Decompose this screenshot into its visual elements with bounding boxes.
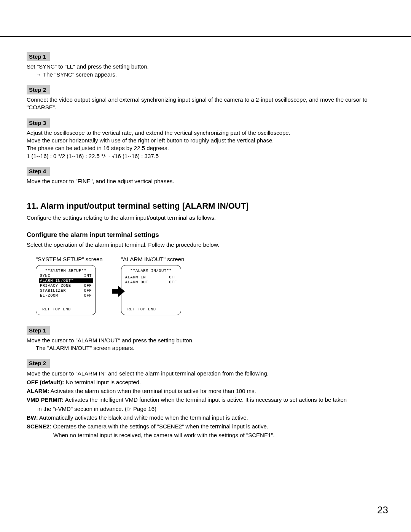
menu-row: ALARM OUTOFF [125, 280, 177, 285]
step-text: → The "SYNC" screen appears. [27, 71, 388, 78]
step-text: The "ALARM IN/OUT" screen appears. [27, 344, 388, 352]
menu-row: ALARM INOFF [125, 275, 177, 280]
screens-row: "SYSTEM SETUP" screen **SYSTEM SETUP** S… [36, 256, 388, 315]
step-label: Step 1 [27, 52, 50, 61]
screen-box: **SYSTEM SETUP** SYNCINT ALARM IN/OUT" P… [36, 265, 96, 315]
step-label: Step 1 [27, 326, 50, 335]
screen-system-setup: "SYSTEM SETUP" screen **SYSTEM SETUP** S… [36, 256, 103, 315]
subsection-intro: Select the operation of the alarm input … [27, 241, 388, 249]
definition-vmd-cont: in the "i-VMD" section in advance. (☞ Pa… [27, 405, 388, 413]
document-page: Step 1 Set "SYNC" to "LL" and press the … [0, 0, 411, 532]
step-block-2: Step 2 Connect the video output signal a… [27, 85, 388, 112]
section-heading: 11. Alarm input/output terminal setting … [27, 200, 388, 212]
step-block-1: Step 1 Set "SYNC" to "LL" and press the … [27, 52, 388, 78]
step-text: Move the cursor to "ALARM IN" and select… [27, 370, 388, 377]
screen-footer: RET TOP END [40, 307, 92, 312]
screen-title: **SYSTEM SETUP** [40, 268, 92, 273]
screen-footer: RET TOP END [125, 307, 177, 312]
step-text: Move the cursor to "FINE", and fine adju… [27, 177, 388, 185]
step-text: The phase can be adjusted in 16 steps by… [27, 144, 388, 152]
section-intro: Configure the settings relating to the a… [27, 214, 388, 222]
menu-row: STABILIZEROFF [40, 288, 92, 293]
definition-off: OFF (default): No terminal input is acce… [27, 379, 388, 386]
step-label: Step 2 [27, 85, 50, 94]
screen-alarm-in-out: "ALARM IN/OUT" screen **ALARM IN/OUT** A… [121, 256, 185, 315]
step-block-3: Step 3 Adjust the oscilloscope to the ve… [27, 118, 388, 160]
step-block-4: Step 4 Move the cursor to "FINE", and fi… [27, 167, 388, 185]
definition-scene2: SCENE2: Operates the camera with the set… [27, 423, 388, 430]
step-text: Adjust the oscilloscope to the vertical … [27, 129, 388, 137]
step-label: Step 2 [27, 359, 50, 368]
step-text: Move the cursor horizontally with use of… [27, 137, 388, 144]
definition-scene2-cont: When no terminal input is received, the … [27, 431, 388, 439]
menu-row: SYNCINT [40, 273, 92, 278]
definition-vmd: VMD PERMIT: Activates the intelligent VM… [27, 396, 388, 404]
screen-caption: "SYSTEM SETUP" screen [36, 256, 103, 263]
screen-box: **ALARM IN/OUT** ALARM INOFF ALARM OUTOF… [121, 265, 181, 315]
step-text: Connect the video output signal and exte… [27, 96, 388, 112]
screen-caption: "ALARM IN/OUT" screen [121, 256, 185, 263]
step-label: Step 4 [27, 167, 50, 176]
step-text: Move the cursor to "ALARM IN/OUT" and pr… [27, 337, 388, 344]
subsection-heading: Configure the alarm input terminal setti… [27, 231, 388, 240]
step-text: 1 (1--16) : 0 °/2 (1--16) : 22.5 °/· · ·… [27, 152, 388, 160]
page-number: 23 [377, 503, 388, 517]
step-label: Step 3 [27, 118, 50, 128]
menu-row: PRIVACY ZONEOFF [40, 283, 92, 288]
step-block-b1: Step 1 Move the cursor to "ALARM IN/OUT"… [27, 326, 388, 352]
menu-row: EL-ZOOMOFF [40, 293, 92, 298]
step-text: Set "SYNC" to "LL" and press the setting… [27, 63, 388, 70]
definition-alarm: ALARM: Activates the alarm action when t… [27, 387, 388, 395]
menu-row-highlighted: ALARM IN/OUT" [39, 278, 93, 283]
screen-title: **ALARM IN/OUT** [125, 268, 177, 273]
definition-bw: BW: Automatically activates the black an… [27, 414, 388, 422]
horizontal-rule [0, 36, 411, 37]
step-block-b2: Step 2 Move the cursor to "ALARM IN" and… [27, 359, 388, 439]
